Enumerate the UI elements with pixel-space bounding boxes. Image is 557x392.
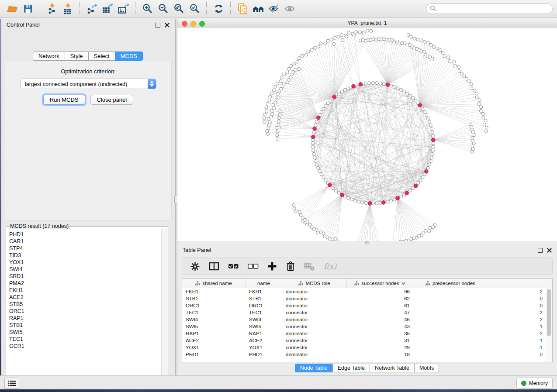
zoom-fit-icon[interactable] xyxy=(171,2,187,16)
table-row[interactable]: FKH1FKH1dominator962 xyxy=(182,288,552,295)
add-column-icon[interactable] xyxy=(267,261,277,271)
optimization-criterion-select[interactable]: largest connected component (undirected) xyxy=(20,79,156,89)
table-row[interactable]: TEC1TEC1connector472 xyxy=(182,309,552,316)
float-panel-icon[interactable] xyxy=(538,248,543,253)
node-table[interactable]: shared namenameMCDS rolesuccessor nodesp… xyxy=(182,279,553,362)
network-graph[interactable] xyxy=(177,28,557,241)
close-panel-button[interactable]: Close panel xyxy=(90,95,134,105)
table-cell: FKH1 xyxy=(182,289,246,294)
close-panel-icon[interactable] xyxy=(165,23,170,28)
mcds-result-item[interactable]: GCR1 xyxy=(9,343,162,350)
column-header-name[interactable]: name xyxy=(246,279,282,288)
apply-preferred-layout-icon[interactable] xyxy=(211,2,226,16)
mcds-result-item[interactable]: FKH1 xyxy=(9,287,162,294)
table-row[interactable]: YOX1YOX1connector291 xyxy=(182,344,552,351)
horizontal-splitter-grip[interactable] xyxy=(365,241,369,244)
column-header-successor-nodes[interactable]: successor nodes xyxy=(347,279,413,288)
clone-network-icon[interactable] xyxy=(235,2,250,16)
zoom-in-icon[interactable] xyxy=(139,2,155,16)
export-image-icon[interactable] xyxy=(115,2,131,16)
search-box[interactable] xyxy=(426,3,553,14)
run-mcds-button[interactable]: Run MCDS xyxy=(43,95,85,105)
column-header-MCDS-role[interactable]: MCDS role xyxy=(282,279,347,288)
mcds-result-item[interactable]: SWI4 xyxy=(9,266,162,273)
import-table-icon[interactable] xyxy=(60,2,76,16)
delete-table-icon[interactable] xyxy=(304,261,315,271)
function-builder-icon[interactable]: f(x) xyxy=(324,262,336,271)
mcds-result-item[interactable]: SWI5 xyxy=(9,329,162,336)
mcds-result-item[interactable]: PHD1 xyxy=(9,231,162,238)
table-row[interactable]: ACE2ACE2connector311 xyxy=(182,337,552,344)
table-cell: ACE2 xyxy=(182,338,246,343)
export-network-icon[interactable] xyxy=(84,2,100,16)
tab-style[interactable]: Style xyxy=(65,52,89,61)
mcds-result-item[interactable]: STP4 xyxy=(9,245,162,252)
criterion-value: largest connected component (undirected) xyxy=(25,81,127,87)
import-network-icon[interactable] xyxy=(44,2,60,16)
close-window-icon[interactable] xyxy=(182,21,187,27)
save-session-icon[interactable] xyxy=(20,2,36,16)
mcds-result-item[interactable]: SRD1 xyxy=(9,273,162,280)
toolbar-separator xyxy=(80,2,80,15)
select-all-rows-icon[interactable] xyxy=(228,263,239,269)
mcds-result-item[interactable]: CAR1 xyxy=(9,238,162,245)
mcds-result-item[interactable]: YOX1 xyxy=(9,259,162,266)
hide-selected-icon[interactable] xyxy=(266,2,282,16)
table-cell: 0 xyxy=(413,352,552,357)
column-header-predecessor-nodes[interactable]: predecessor nodes xyxy=(413,279,552,288)
table-row[interactable]: STB1STB1dominator620 xyxy=(182,295,552,302)
tab-motifs[interactable]: Motifs xyxy=(414,364,439,372)
column-header-shared-name[interactable]: shared name xyxy=(182,279,246,288)
deselect-all-rows-icon[interactable] xyxy=(248,263,259,269)
table-row[interactable]: SWI4SWI4dominator462 xyxy=(182,316,552,323)
table-scrollbar-thumb[interactable] xyxy=(547,289,551,336)
tab-network[interactable]: Network xyxy=(33,52,65,61)
mcds-result-item[interactable]: STB1 xyxy=(9,322,162,329)
mcds-result-item[interactable]: STB5 xyxy=(9,301,162,308)
delete-column-icon[interactable] xyxy=(286,261,295,272)
mcds-result-item[interactable]: TEC1 xyxy=(9,336,162,343)
tab-node-table[interactable]: Node Table xyxy=(295,364,333,372)
show-all-icon[interactable] xyxy=(282,2,298,16)
column-type-icon xyxy=(354,281,359,285)
mcds-result-item[interactable]: RAP1 xyxy=(9,315,162,322)
zoom-selected-icon[interactable] xyxy=(187,2,202,16)
task-history-button[interactable] xyxy=(4,378,19,389)
table-row[interactable]: ORC1ORC1dominator610 xyxy=(182,302,552,309)
table-row[interactable]: SWI5SWI5connector431 xyxy=(182,323,552,330)
table-cell: FKH1 xyxy=(246,289,282,294)
search-icon xyxy=(430,5,436,12)
close-panel-icon[interactable] xyxy=(547,248,552,253)
table-header-row[interactable]: shared namenameMCDS rolesuccessor nodesp… xyxy=(182,279,552,288)
table-mode-gear-icon[interactable] xyxy=(190,261,200,272)
float-panel-icon[interactable] xyxy=(156,23,160,28)
mcds-result-item[interactable]: TID3 xyxy=(9,252,162,259)
network-titlebar[interactable]: YPA_prune.txt_1 xyxy=(177,19,557,28)
network-canvas[interactable] xyxy=(177,28,557,241)
table-row[interactable]: PHD1PHD1dominator180 xyxy=(182,351,552,358)
table-row[interactable]: RAP1RAP1dominator352 xyxy=(182,330,552,337)
show-column-icon[interactable] xyxy=(209,262,219,271)
mcds-result-item[interactable]: ORC1 xyxy=(9,308,162,315)
table-cell: PHD1 xyxy=(182,352,246,357)
tab-select[interactable]: Select xyxy=(88,52,115,61)
export-table-icon[interactable] xyxy=(100,2,115,16)
minimize-window-icon[interactable] xyxy=(190,21,196,27)
memory-button[interactable]: Memory xyxy=(516,378,553,389)
table-cell: 18 xyxy=(347,352,413,357)
mcds-result-list[interactable]: PHD1CAR1STP4TID3YOX1SWI4SRD1PMA2FKH1ACE2… xyxy=(6,229,162,385)
mcds-result-item[interactable]: PMA2 xyxy=(9,280,162,287)
control-panel-tabs: NetworkStyleSelectMCDS xyxy=(1,52,175,61)
tab-mcds[interactable]: MCDS xyxy=(115,52,143,61)
result-list-scrollbar[interactable] xyxy=(161,229,168,385)
zoom-window-icon[interactable] xyxy=(199,21,205,27)
task-history-icon xyxy=(8,380,16,386)
zoom-out-icon[interactable] xyxy=(155,2,171,16)
first-neighbors-icon[interactable] xyxy=(250,2,266,16)
tab-edge-table[interactable]: Edge Table xyxy=(332,364,370,372)
search-input[interactable] xyxy=(436,5,549,12)
open-file-icon[interactable] xyxy=(4,2,20,16)
mcds-result-item[interactable]: ACE2 xyxy=(9,294,162,301)
tab-network-table[interactable]: Network Table xyxy=(370,364,415,372)
table-scrollbar[interactable] xyxy=(546,288,552,362)
